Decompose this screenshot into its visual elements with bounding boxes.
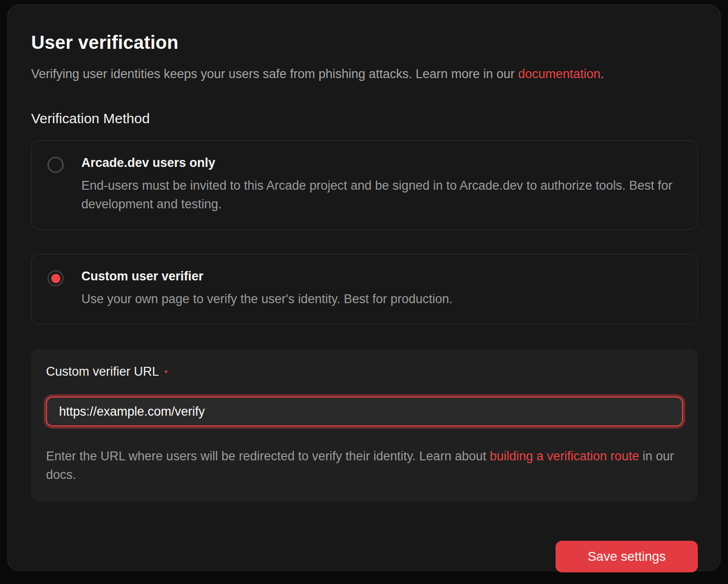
footer-actions: Save settings [31,541,698,572]
option-label: Arcade.dev users only [81,155,682,171]
radio-custom-user-verifier[interactable] [47,270,64,286]
option-text-block: Arcade.dev users only End-users must be … [81,155,682,213]
option-label: Custom user verifier [81,268,453,284]
radio-arcade-users-only[interactable] [47,157,64,173]
option-description: End-users must be invited to this Arcade… [81,176,682,213]
custom-verifier-url-label: Custom verifier URL [46,365,159,378]
custom-verifier-url-input[interactable] [46,397,683,426]
user-verification-panel: User verification Verifying user identit… [7,5,721,571]
required-asterisk: * [165,369,167,377]
option-text-block: Custom user verifier Use your own page t… [81,268,453,308]
option-arcade-users-only[interactable]: Arcade.dev users only End-users must be … [31,140,698,230]
subtitle-period: . [601,67,604,81]
verification-method-heading: Verification Method [31,111,698,126]
page-subtitle: Verifying user identities keeps your use… [31,65,698,83]
building-verification-route-link[interactable]: building a verification route [490,449,639,463]
subtitle-text: Verifying user identities keeps your use… [31,67,518,81]
option-custom-user-verifier[interactable]: Custom user verifier Use your own page t… [31,254,698,325]
field-label-row: Custom verifier URL* [46,365,683,379]
option-description: Use your own page to verify the user's i… [81,290,453,308]
help-prefix: Enter the URL where users will be redire… [46,449,490,463]
custom-verifier-url-card: Custom verifier URL* Enter the URL where… [31,349,698,502]
url-help-text: Enter the URL where users will be redire… [46,447,683,484]
save-settings-button[interactable]: Save settings [556,541,698,572]
page-title: User verification [31,32,698,53]
documentation-link[interactable]: documentation [518,67,601,81]
radio-dot [51,274,60,283]
